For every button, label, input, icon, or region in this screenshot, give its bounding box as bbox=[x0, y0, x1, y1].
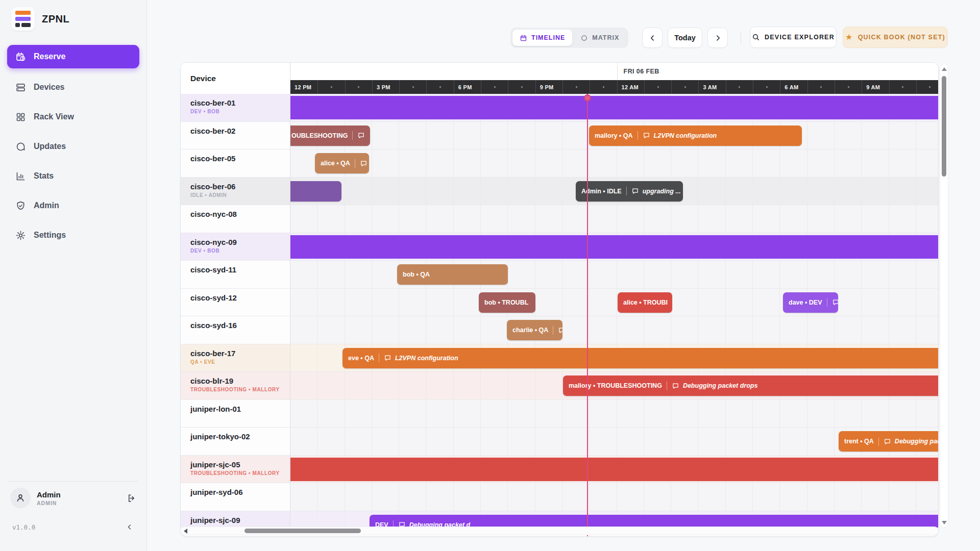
next-day-button[interactable] bbox=[707, 28, 728, 48]
axis-tick bbox=[562, 80, 590, 94]
device-lane[interactable]: OUBLESHOOTINGmallory • QAL2VPN configura… bbox=[290, 122, 938, 149]
sidebar-item-rack-view[interactable]: Rack View bbox=[7, 105, 139, 129]
scroll-down-arrow[interactable] bbox=[942, 521, 947, 524]
device-cell[interactable]: juniper-syd-06 bbox=[181, 483, 290, 511]
device-lane[interactable]: trent • QADebugging pac bbox=[290, 428, 938, 455]
brand: ZPNL bbox=[11, 7, 69, 31]
device-cell[interactable]: cisco-ber-02 bbox=[181, 122, 290, 149]
logout-button[interactable] bbox=[124, 491, 138, 505]
reservation-bar[interactable]: bob • QA bbox=[397, 264, 508, 285]
reservation-bar[interactable]: eve • QAL2VPN configuration bbox=[342, 348, 938, 368]
device-name: cisco-ber-02 bbox=[190, 127, 286, 135]
device-cell[interactable]: juniper-lon-01 bbox=[181, 400, 290, 428]
tab-matrix[interactable]: MATRIX bbox=[573, 30, 626, 46]
reservation-label: dave • DEV bbox=[789, 299, 822, 306]
axis-tick-label: 12 AM bbox=[617, 80, 644, 94]
reservation-bar[interactable]: trent • QADebugging pac bbox=[839, 431, 938, 452]
reservation-bar[interactable]: alice • TROUBI bbox=[618, 292, 672, 313]
quick-book-button[interactable]: ★ QUICK BOOK (NOT SET) bbox=[843, 27, 948, 48]
vertical-scrollbar[interactable] bbox=[940, 64, 948, 528]
axis-tick bbox=[317, 80, 345, 94]
reservation-bar[interactable]: bob • TROUBL bbox=[479, 292, 535, 313]
sidebar-footer-divider bbox=[8, 481, 138, 482]
device-lane[interactable]: alice • QA bbox=[290, 149, 938, 177]
reservation-note: upgrading ... bbox=[643, 188, 681, 195]
vertical-scroll-thumb[interactable] bbox=[942, 76, 946, 177]
device-name: juniper-syd-06 bbox=[190, 488, 286, 496]
device-cell[interactable]: cisco-syd-11 bbox=[181, 261, 290, 288]
device-cell[interactable]: juniper-sjc-09 bbox=[181, 511, 290, 528]
device-lane[interactable]: charlie • QA bbox=[290, 316, 938, 344]
scroll-left-arrow[interactable] bbox=[184, 529, 187, 534]
reservation-bar[interactable]: alice • QA bbox=[315, 153, 369, 173]
timeline-header: FRI 06 FEB 12 PM3 PM6 PM9 PM12 AM3 AM6 A… bbox=[181, 63, 938, 94]
reservation-bar[interactable] bbox=[290, 235, 938, 259]
reservation-bar[interactable] bbox=[290, 458, 938, 481]
reservation-bar[interactable] bbox=[290, 96, 938, 119]
device-explorer-button[interactable]: DEVICE EXPLORER bbox=[750, 27, 837, 48]
reservation-bar[interactable]: mallory • QAL2VPN configuration bbox=[589, 126, 802, 146]
sidebar-item-settings[interactable]: Settings bbox=[7, 223, 139, 247]
device-lane[interactable]: bob • TROUBLalice • TROUBIdave • DEV bbox=[290, 289, 938, 316]
device-cell[interactable]: cisco-nyc-08 bbox=[181, 205, 290, 233]
device-cell[interactable]: juniper-tokyo-02 bbox=[181, 428, 290, 455]
sidebar-item-reserve[interactable]: Reserve bbox=[7, 45, 139, 68]
toolbar: TIMELINE MATRIX Today DEVICE EXPLORER ★ … bbox=[147, 0, 980, 60]
grid-icon bbox=[15, 112, 26, 122]
comment-icon bbox=[360, 160, 368, 167]
device-name: juniper-tokyo-02 bbox=[190, 432, 286, 441]
tab-timeline[interactable]: TIMELINE bbox=[512, 30, 572, 46]
device-lane[interactable]: eve • QAL2VPN configuration bbox=[290, 344, 938, 372]
reservation-bar[interactable]: charlie • QA bbox=[507, 320, 562, 340]
device-row: juniper-lon-01 bbox=[181, 400, 938, 428]
reservation-bar[interactable]: mallory • TROUBLESHOOTINGDebugging packe… bbox=[563, 375, 938, 396]
device-cell[interactable]: cisco-blr-19TROUBLESHOOTING • MALLORY bbox=[181, 372, 290, 399]
reservation-bar[interactable]: OUBLESHOOTING bbox=[290, 126, 370, 146]
device-cell[interactable]: cisco-ber-06IDLE • ADMIN bbox=[181, 178, 290, 205]
device-lane[interactable]: Admin • IDLEupgrading ... bbox=[290, 178, 938, 205]
device-cell[interactable]: cisco-nyc-09DEV • BOB bbox=[181, 233, 290, 261]
axis-tick bbox=[807, 80, 835, 94]
horizontal-scrollbar[interactable] bbox=[180, 527, 939, 535]
device-cell[interactable]: cisco-syd-16 bbox=[181, 316, 290, 344]
sidebar-item-stats[interactable]: Stats bbox=[7, 164, 139, 188]
device-lane[interactable] bbox=[290, 483, 938, 511]
today-button[interactable]: Today bbox=[668, 28, 702, 48]
device-lane[interactable] bbox=[290, 233, 938, 261]
device-sub-label: IDLE • ADMIN bbox=[190, 192, 286, 198]
reservation-bar[interactable]: DEVDebugging packet d bbox=[370, 515, 938, 528]
device-lane[interactable] bbox=[290, 456, 938, 483]
device-lane[interactable] bbox=[290, 400, 938, 428]
device-sub-label: DEV • BOB bbox=[190, 109, 286, 114]
sidebar-item-admin[interactable]: Admin bbox=[7, 194, 139, 217]
axis-tick bbox=[345, 80, 372, 94]
axis-tick bbox=[889, 80, 916, 94]
sidebar-item-label: Devices bbox=[34, 83, 65, 92]
reservation-bar[interactable]: dave • DEV bbox=[783, 292, 838, 313]
scroll-up-arrow[interactable] bbox=[942, 67, 947, 71]
device-cell[interactable]: cisco-syd-12 bbox=[181, 289, 290, 316]
user-row: Admin ADMIN bbox=[10, 487, 138, 509]
sidebar-item-devices[interactable]: Devices bbox=[7, 76, 139, 99]
device-lane[interactable]: mallory • TROUBLESHOOTINGDebugging packe… bbox=[290, 372, 938, 399]
device-row: cisco-nyc-09DEV • BOB bbox=[181, 233, 938, 261]
device-row: bob • QAcisco-syd-11 bbox=[181, 261, 938, 289]
device-cell[interactable]: juniper-sjc-05TROUBLESHOOTING • MALLORY bbox=[181, 456, 290, 483]
device-cell[interactable]: cisco-ber-05 bbox=[181, 149, 290, 177]
sidebar-item-updates[interactable]: Updates bbox=[7, 135, 139, 158]
device-lane[interactable] bbox=[290, 94, 938, 121]
device-lane[interactable]: DEVDebugging packet d bbox=[290, 511, 938, 528]
device-cell[interactable]: cisco-ber-01DEV • BOB bbox=[181, 94, 290, 121]
timeline-rows: cisco-ber-01DEV • BOBOUBLESHOOTINGmallor… bbox=[181, 94, 938, 528]
reservation-bar[interactable]: Admin • IDLEupgrading ... bbox=[576, 181, 683, 202]
sidebar-collapse-button[interactable] bbox=[124, 521, 135, 533]
device-cell[interactable]: cisco-ber-17QA • EVE bbox=[181, 344, 290, 372]
reservation-bar[interactable] bbox=[290, 181, 341, 202]
horizontal-scroll-thumb[interactable] bbox=[244, 529, 361, 533]
matrix-icon bbox=[580, 34, 588, 42]
reservation-label: OUBLESHOOTING bbox=[291, 132, 348, 139]
device-lane[interactable] bbox=[290, 205, 938, 233]
prev-day-button[interactable] bbox=[642, 28, 663, 48]
now-time-marker[interactable] bbox=[584, 94, 591, 102]
device-lane[interactable]: bob • QA bbox=[290, 261, 938, 288]
